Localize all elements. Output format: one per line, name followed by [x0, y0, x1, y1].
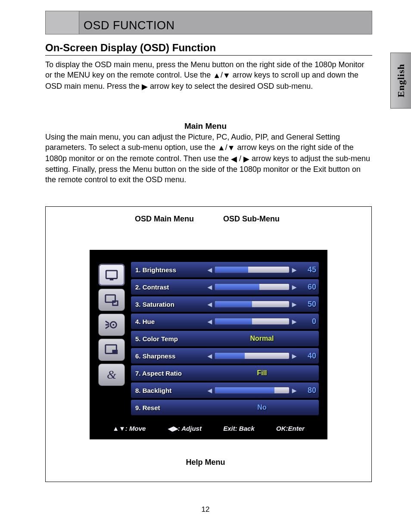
help-enter: OK:Enter: [276, 425, 305, 432]
osd-text-value: Fill: [208, 369, 316, 377]
osd-value-wrap: ◀▶40: [208, 352, 319, 361]
osd-slider-value: 80: [299, 386, 316, 395]
osd-menu-label: 2. Contrast: [131, 283, 208, 291]
osd-menu-label: 3. Saturation: [131, 301, 208, 308]
language-tab-label: English: [395, 64, 407, 97]
osd-slider[interactable]: [215, 318, 290, 325]
figure-label-main: OSD Main Menu: [135, 215, 194, 224]
up-triangle-icon: ▲: [218, 143, 225, 153]
ampersand-icon: &: [104, 367, 119, 382]
osd-sub-menu-list: 1. Brightness◀▶452. Contrast◀▶603. Satur…: [131, 262, 319, 417]
osd-slider[interactable]: [215, 283, 290, 290]
osd-menu-row[interactable]: 9. ResetNo: [131, 400, 319, 415]
osd-icon-audio[interactable]: [98, 314, 125, 336]
osd-slider[interactable]: [215, 387, 290, 394]
osd-slider-value: 0: [299, 317, 316, 326]
osd-icon-settings[interactable]: &: [98, 364, 125, 386]
section-title: On-Screen Display (OSD) Function: [45, 42, 216, 54]
pip-icon: [104, 342, 119, 357]
left-arrow-icon[interactable]: ◀: [208, 301, 212, 308]
right-arrow-icon[interactable]: ▶: [292, 353, 296, 359]
left-triangle-icon: ◀: [231, 154, 237, 164]
help-back: Exit: Back: [223, 425, 255, 432]
svg-rect-0: [106, 271, 117, 278]
osd-value-wrap: Normal: [208, 335, 319, 342]
osd-slider-value: 50: [299, 300, 316, 309]
help-adjust: ◀▶: Adjust: [168, 425, 202, 432]
header-tab: [46, 11, 79, 34]
right-arrow-icon[interactable]: ▶: [292, 318, 296, 325]
left-arrow-icon[interactable]: ◀: [208, 284, 212, 290]
osd-menu-label: 1. Brightness: [131, 266, 208, 274]
osd-main-menu-icons: &: [98, 262, 128, 417]
osd-icon-pip[interactable]: [98, 339, 125, 361]
osd-menu-row[interactable]: 6. Sharpness◀▶40: [131, 348, 319, 364]
svg-rect-7: [112, 350, 118, 354]
page-header: OSD FUNCTION: [45, 11, 372, 34]
down-triangle-icon: ▼: [227, 143, 235, 153]
audio-icon: [104, 317, 119, 332]
osd-menu-row[interactable]: 3. Saturation◀▶50: [131, 296, 319, 312]
osd-menu-row[interactable]: 2. Contrast◀▶60: [131, 279, 319, 295]
osd-icon-pc[interactable]: [98, 289, 125, 311]
osd-slider-value: 45: [299, 265, 316, 274]
osd-slider[interactable]: [215, 266, 290, 273]
language-tab: English: [390, 53, 411, 109]
figure-label-sub: OSD Sub-Menu: [223, 215, 280, 224]
down-triangle-icon: ▼: [223, 70, 230, 81]
right-triangle-icon: ▶: [243, 154, 249, 164]
right-arrow-icon[interactable]: ▶: [292, 267, 296, 273]
osd-value-wrap: Fill: [208, 369, 319, 377]
osd-menu-row[interactable]: 7. Aspect RatioFill: [131, 365, 319, 381]
left-arrow-icon[interactable]: ◀: [208, 353, 212, 359]
main-menu-paragraph: Using the main menu, you can adjust the …: [45, 132, 372, 185]
osd-value-wrap: ◀▶45: [208, 265, 319, 274]
osd-icon-picture[interactable]: [98, 264, 125, 286]
osd-value-wrap: ◀▶0: [208, 317, 319, 326]
osd-menu-label: 8. Backlight: [131, 387, 208, 394]
pc-icon: [104, 292, 119, 307]
up-triangle-icon: ▲: [213, 70, 221, 81]
osd-slider[interactable]: [215, 352, 290, 359]
section-rule: [45, 55, 372, 56]
osd-slider-value: 40: [299, 352, 316, 361]
left-arrow-icon[interactable]: ◀: [208, 318, 212, 325]
osd-menu-label: 9. Reset: [131, 404, 208, 411]
intro-paragraph: To display the OSD main menu, press the …: [45, 59, 372, 92]
osd-screenshot: & 1. Brightness◀▶452. Contrast◀▶603. Sat…: [90, 250, 327, 439]
osd-text-value: No: [208, 404, 316, 411]
osd-menu-row[interactable]: 8. Backlight◀▶80: [131, 383, 319, 398]
picture-icon: [104, 268, 119, 282]
left-arrow-icon[interactable]: ◀: [208, 267, 212, 273]
osd-menu-label: 5. Color Temp: [131, 335, 208, 342]
osd-value-wrap: ◀▶60: [208, 283, 319, 292]
right-arrow-icon[interactable]: ▶: [292, 284, 296, 290]
osd-slider[interactable]: [215, 301, 290, 308]
right-triangle-icon: ▶: [142, 81, 148, 92]
osd-menu-row[interactable]: 1. Brightness◀▶45: [131, 262, 319, 277]
svg-text:&: &: [107, 368, 116, 381]
osd-value-wrap: ◀▶50: [208, 300, 319, 309]
osd-menu-label: 4. Hue: [131, 318, 208, 325]
svg-rect-1: [110, 279, 114, 280]
osd-value-wrap: ◀▶80: [208, 386, 319, 395]
left-arrow-icon[interactable]: ◀: [208, 387, 212, 394]
right-arrow-icon[interactable]: ▶: [292, 301, 296, 308]
page-number: 12: [0, 505, 411, 514]
osd-slider-value: 60: [299, 283, 316, 292]
osd-text-value: Normal: [208, 335, 316, 342]
osd-menu-row[interactable]: 5. Color TempNormal: [131, 331, 319, 346]
svg-point-5: [112, 324, 114, 326]
figure-label-help: Help Menu: [0, 458, 411, 467]
osd-value-wrap: No: [208, 404, 319, 411]
intro-text-c: arrow key to select the desired OSD sub-…: [150, 82, 313, 90]
main-menu-heading: Main Menu: [0, 121, 411, 131]
osd-menu-label: 6. Sharpness: [131, 352, 208, 360]
header-title: OSD FUNCTION: [79, 19, 175, 34]
osd-menu-row[interactable]: 4. Hue◀▶0: [131, 314, 319, 329]
osd-help-row: ▲▼: Move ◀▶: Adjust Exit: Back OK:Enter: [98, 425, 319, 432]
right-arrow-icon[interactable]: ▶: [292, 387, 296, 394]
osd-menu-label: 7. Aspect Ratio: [131, 370, 208, 377]
help-move: ▲▼: Move: [112, 425, 146, 432]
